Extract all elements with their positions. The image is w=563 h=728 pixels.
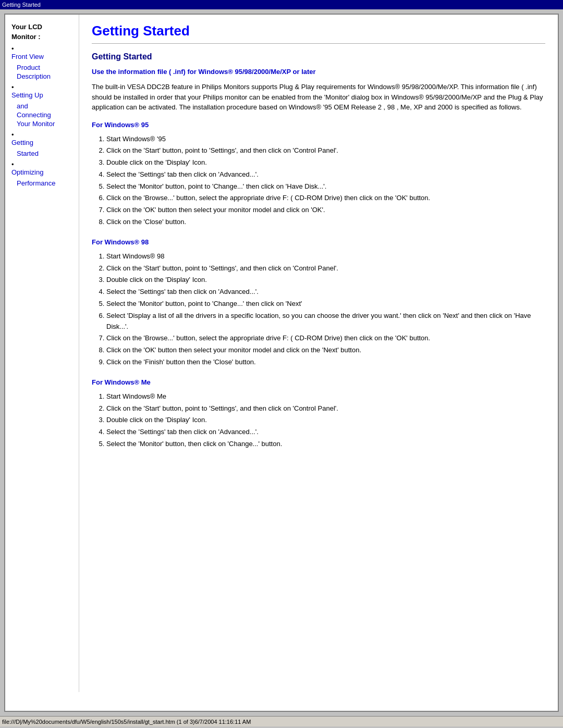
section-heading: Getting Started: [92, 52, 545, 61]
list-item: Select the 'Monitor' button, point to 'C…: [106, 299, 545, 310]
list-item: Click on the 'Close' button.: [106, 217, 545, 228]
sidebar-heading-lcd: Your LCD: [11, 23, 75, 31]
list-item: Click on the 'Browse...' button, select …: [106, 333, 545, 344]
sidebar-link-and[interactable]: and: [17, 102, 75, 110]
list-item: Select the 'Settings' tab then click on …: [106, 287, 545, 298]
sidebar-link-getting[interactable]: Getting: [11, 139, 75, 146]
list-item: Click on the 'OK' button then select you…: [106, 345, 545, 356]
list-item: Start Windows® '95: [106, 134, 545, 145]
list-item: Click on the 'OK' button then select you…: [106, 205, 545, 216]
sidebar-heading-monitor: Monitor :: [11, 33, 75, 41]
status-text: file:///D|/My%20documents/dfu/W5/english…: [2, 719, 251, 725]
sidebar-link-description[interactable]: Description: [17, 72, 75, 80]
main-content: Getting Started Getting Started Use the …: [79, 15, 558, 692]
list-item: Click on the 'Finish' button then the 'C…: [106, 357, 545, 368]
list-item: Click on the 'Start' button, point to 'S…: [106, 263, 545, 274]
list-item: Select 'Display a list of all the driver…: [106, 311, 545, 332]
sidebar-link-started[interactable]: Started: [17, 150, 75, 157]
sidebar-performance: Performance: [17, 179, 75, 187]
sidebar-link-connecting[interactable]: Connecting: [17, 111, 75, 119]
list-item: Click on the 'Start' button, point to 'S…: [106, 145, 545, 156]
list-item: Select the 'Settings' tab then click on …: [106, 169, 545, 180]
win95-heading: For Windows® 95: [92, 121, 545, 129]
page-layout: Your LCD Monitor : • Front View Product …: [5, 15, 558, 692]
sidebar-section-frontview: • Front View: [11, 45, 75, 60]
win98-heading: For Windows® 98: [92, 238, 545, 246]
sidebar-link-optimizing[interactable]: Optimizing: [11, 168, 75, 176]
page-container: Your LCD Monitor : • Front View Product …: [4, 14, 559, 712]
sidebar-link-frontview[interactable]: Front View: [11, 53, 75, 60]
win95-steps: Start Windows® '95 Click on the 'Start' …: [106, 134, 545, 228]
sidebar-bullet-4: •: [11, 161, 14, 168]
sidebar: Your LCD Monitor : • Front View Product …: [5, 15, 79, 692]
sidebar-link-performance[interactable]: Performance: [17, 179, 75, 187]
sidebar-bullet-1: •: [11, 45, 14, 53]
winme-steps: Start Windows® Me Click on the 'Start' b…: [106, 391, 545, 450]
list-item: Select the 'Monitor' button, then click …: [106, 439, 545, 450]
win98-steps: Start Windows® 98 Click on the 'Start' b…: [106, 251, 545, 368]
sidebar-section-optimizing: • Optimizing: [11, 161, 75, 176]
list-item: Start Windows® 98: [106, 251, 545, 262]
status-bar: file:///D|/My%20documents/dfu/W5/english…: [0, 716, 563, 726]
title-bar: Getting Started: [0, 0, 563, 9]
sidebar-link-settingup[interactable]: Setting Up: [11, 91, 75, 99]
sidebar-bullet-3: •: [11, 131, 14, 139]
list-item: Double click on the 'Display' Icon.: [106, 157, 545, 168]
body-text: The built-in VESA DDC2B feature in Phili…: [92, 82, 545, 113]
list-item: Double click on the 'Display' Icon.: [106, 275, 545, 286]
list-item: Select the 'Settings' tab then click on …: [106, 427, 545, 438]
sidebar-link-product[interactable]: Product: [17, 64, 75, 71]
sidebar-section-getting: • Getting: [11, 131, 75, 146]
page-title: Getting Started: [92, 23, 545, 39]
list-item: Click on the 'Start' button, point to 'S…: [106, 403, 545, 414]
list-item: Click on the 'Browse...' button, select …: [106, 193, 545, 204]
winme-heading: For Windows® Me: [92, 378, 545, 386]
sidebar-product-description: Product Description: [17, 64, 75, 80]
divider: [92, 43, 545, 44]
sidebar-bullet-2: •: [11, 83, 14, 91]
sidebar-started: Started: [17, 150, 75, 157]
list-item: Start Windows® Me: [106, 391, 545, 402]
sidebar-section-setup: • Setting Up: [11, 83, 75, 99]
sidebar-link-yourmonitor[interactable]: Your Monitor: [17, 120, 75, 128]
list-item: Select the 'Monitor' button, point to 'C…: [106, 181, 545, 192]
list-item: Double click on the 'Display' Icon.: [106, 415, 545, 426]
title-text: Getting Started: [2, 2, 41, 8]
info-subheading: Use the information file ( .inf) for Win…: [92, 68, 545, 76]
sidebar-connecting: and Connecting Your Monitor: [17, 102, 75, 128]
